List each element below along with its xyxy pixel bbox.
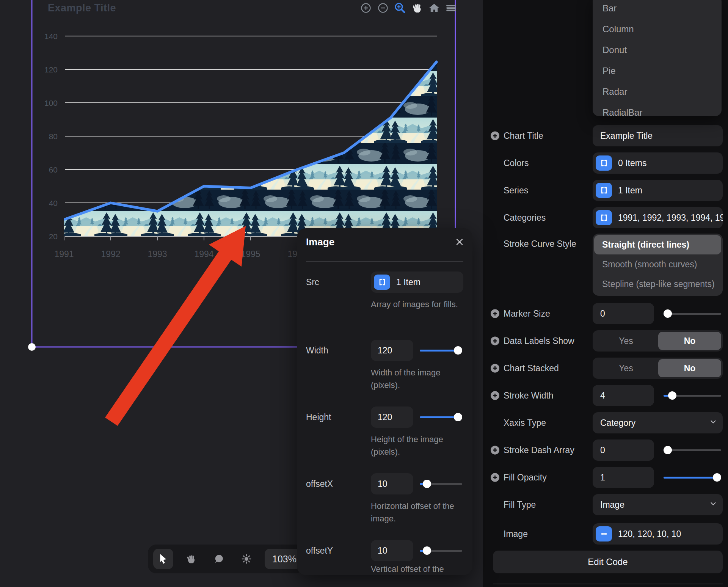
reset-home-icon[interactable]: [428, 2, 441, 14]
series-array-button[interactable]: 1 Item: [593, 180, 723, 201]
fill-type-select[interactable]: Image: [593, 494, 723, 515]
pan-hand-icon[interactable]: [411, 2, 424, 14]
image-object-button[interactable]: 120, 120, 10, 10: [593, 523, 723, 545]
src-value: 1 Item: [390, 277, 420, 287]
marker-size-slider[interactable]: [664, 309, 721, 318]
stroke-curve-style-listbox: Straight (direct lines) Smooth (smooth c…: [593, 234, 723, 296]
dropdown-item-radialbar[interactable]: RadialBar: [593, 102, 722, 123]
width-input[interactable]: 120: [371, 340, 413, 361]
hand-tool-button[interactable]: [181, 549, 201, 569]
height-description: Height of the image (pixels).: [371, 433, 466, 458]
categories-array-button[interactable]: 1991, 1992, 1993, 1994, 1995: [593, 207, 723, 228]
chart-title: Example Title: [48, 2, 116, 14]
stroke-curve-style-label: Stroke Curve Style: [504, 239, 576, 249]
selection-zoom-icon[interactable]: [394, 2, 406, 14]
zoom-out-circle-icon[interactable]: [377, 2, 389, 14]
src-array-button[interactable]: 1 Item: [371, 272, 463, 293]
width-slider[interactable]: [420, 346, 462, 355]
offsety-label: offsetY: [306, 546, 333, 556]
chevron-down-icon: [709, 417, 717, 428]
curve-option-stepline[interactable]: Stepline (step-like segments): [594, 274, 721, 294]
canvas-toolbar: 103%: [148, 545, 304, 573]
add-circle-icon[interactable]: [491, 446, 499, 455]
chart-title-value: Example Title: [593, 131, 653, 141]
height-input[interactable]: 120: [371, 407, 413, 428]
fill-opacity-slider[interactable]: [664, 473, 721, 482]
add-circle-icon[interactable]: [491, 309, 499, 318]
menu-icon[interactable]: [445, 2, 458, 14]
add-circle-icon[interactable]: [491, 337, 499, 345]
add-circle-icon[interactable]: [491, 473, 499, 482]
modal-divider: [306, 261, 463, 262]
toggle-yes[interactable]: Yes: [593, 330, 659, 352]
selection-resize-handle[interactable]: [28, 343, 36, 351]
svg-text:40: 40: [49, 199, 58, 207]
comment-icon: [213, 554, 224, 564]
src-label: Src: [306, 277, 319, 287]
svg-text:1994: 1994: [194, 249, 213, 259]
dropdown-item-donut[interactable]: Donut: [593, 39, 722, 60]
dropdown-item-column[interactable]: Column: [593, 19, 722, 39]
stroke-width-label: Stroke Width: [504, 391, 554, 401]
add-circle-icon[interactable]: [491, 364, 499, 373]
stroke-width-input[interactable]: 4: [593, 385, 654, 406]
panel-divider: [493, 584, 723, 584]
comment-tool-button[interactable]: [209, 549, 229, 569]
toggle-yes[interactable]: Yes: [593, 358, 659, 379]
close-icon[interactable]: [454, 237, 465, 247]
categories-value: 1991, 1992, 1993, 1994, 1995: [612, 213, 723, 223]
stroke-width-slider[interactable]: [664, 391, 721, 400]
add-circle-icon[interactable]: [491, 132, 499, 140]
chevron-down-icon: [709, 499, 717, 510]
colors-label: Colors: [504, 158, 529, 168]
cursor-icon: [158, 554, 168, 564]
row-categories: Categories 1991, 1992, 1993, 1994, 1995: [483, 207, 728, 228]
svg-text:140: 140: [44, 32, 58, 41]
series-area-image-fill: [64, 61, 437, 236]
series-label: Series: [504, 185, 528, 196]
height-slider[interactable]: [420, 413, 462, 421]
offsetx-slider[interactable]: [420, 480, 462, 488]
series-value: 1 Item: [612, 185, 642, 196]
fill-opacity-input[interactable]: 1: [593, 467, 654, 488]
cursor-tool-button[interactable]: [153, 549, 173, 569]
row-series: Series 1 Item: [483, 180, 728, 201]
dropdown-item-bar[interactable]: Bar: [593, 0, 722, 19]
row-marker-size: Marker Size 0: [483, 303, 728, 324]
brightness-icon: [241, 554, 252, 564]
curve-option-straight[interactable]: Straight (direct lines): [594, 235, 721, 254]
brightness-tool-button[interactable]: [236, 549, 256, 569]
xaxis-type-select[interactable]: Category: [593, 412, 723, 433]
colors-value: 0 Items: [612, 158, 646, 168]
row-chart-title: Chart Title Example Title: [483, 125, 728, 146]
hand-icon: [186, 554, 196, 564]
add-circle-icon[interactable]: [491, 391, 499, 400]
chart-title-label: Chart Title: [504, 131, 543, 141]
xaxis-type-label: Xaxis Type: [504, 418, 546, 428]
app-stage: 14012010080604020 1991199219931994199519…: [0, 0, 728, 587]
zoom-in-circle-icon[interactable]: [359, 2, 372, 14]
chart-title-input[interactable]: Example Title: [593, 125, 723, 146]
offsetx-input[interactable]: 10: [371, 473, 413, 494]
stroke-dash-array-label: Stroke Dash Array: [504, 445, 574, 455]
offsety-description: Vertical offset of the: [371, 563, 466, 575]
data-labels-show-toggle: Yes No: [593, 330, 723, 352]
stroke-dash-array-input[interactable]: 0: [593, 439, 654, 461]
stroke-dash-array-slider[interactable]: [664, 446, 721, 454]
offsety-input[interactable]: 10: [371, 540, 413, 561]
toggle-no-selected[interactable]: No: [658, 359, 721, 377]
row-stroke-dash-array: Stroke Dash Array 0: [483, 439, 728, 461]
width-label: Width: [306, 345, 328, 356]
colors-array-button[interactable]: 0 Items: [593, 152, 723, 174]
dropdown-item-radar[interactable]: Radar: [593, 81, 722, 102]
red-arrow-annotation: [105, 226, 246, 426]
marker-size-input[interactable]: 0: [593, 303, 654, 324]
offsetx-label: offsetX: [306, 479, 333, 489]
row-fill-type: Fill Type Image: [483, 494, 728, 515]
array-icon: [596, 183, 612, 198]
dropdown-item-pie[interactable]: Pie: [593, 60, 722, 81]
curve-option-smooth[interactable]: Smooth (smooth curves): [594, 254, 721, 274]
offsety-slider[interactable]: [420, 546, 462, 555]
edit-code-button[interactable]: Edit Code: [493, 551, 723, 573]
toggle-no-selected[interactable]: No: [658, 332, 721, 350]
